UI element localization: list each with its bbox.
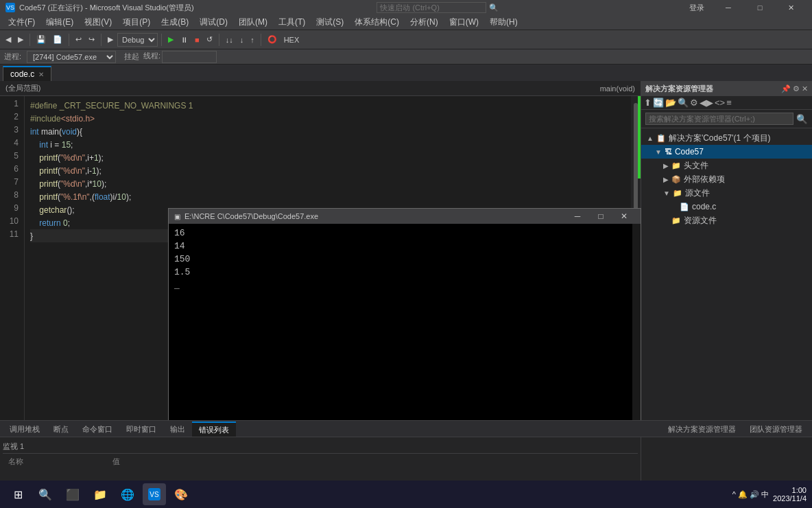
taskbar-time-text: 1:00: [773, 486, 807, 494]
console-controls: ─ □ ✕: [566, 210, 635, 222]
toolbar-debug-label: ▶: [105, 34, 116, 45]
console-close-btn[interactable]: ✕: [613, 210, 635, 222]
thread-input[interactable]: [162, 51, 217, 63]
toolbar-step-over[interactable]: ↓↓: [223, 34, 236, 45]
search-icon: 🔍: [489, 3, 499, 12]
menu-team[interactable]: 团队(M): [233, 15, 273, 30]
scope-selector[interactable]: (全局范围): [5, 83, 40, 93]
console-title: ▣ E:\NCRE C\Code57\Debug\Code57.exe: [174, 212, 318, 220]
tab-close-icon[interactable]: ✕: [38, 71, 44, 78]
monitor-label: 监视 1: [3, 441, 24, 452]
se-icon-resources: 📁: [671, 216, 681, 225]
toolbar-btn-1[interactable]: ◀: [3, 34, 14, 45]
menu-build[interactable]: 生成(B): [156, 15, 194, 30]
se-item-source[interactable]: ▼ 📁 源文件: [641, 186, 812, 200]
line-num-8: 8: [3, 190, 19, 203]
taskbar-explorer-btn[interactable]: 📁: [88, 482, 112, 507]
se-tb-4[interactable]: 🔍: [678, 97, 689, 108]
se-close-btn[interactable]: ✕: [802, 84, 808, 93]
toolbar-new[interactable]: 📄: [50, 34, 65, 45]
se-controls: 📌 ⚙ ✕: [781, 84, 808, 93]
menu-edit[interactable]: 编辑(E): [40, 15, 79, 30]
se-title-bar: 解决方案资源管理器 📌 ⚙ ✕: [641, 81, 812, 96]
se-search-input[interactable]: [645, 113, 793, 125]
start-button[interactable]: ⊞: [5, 482, 30, 507]
toolbar-undo[interactable]: ↩: [73, 34, 84, 45]
se-tb-1[interactable]: ⬆: [644, 97, 652, 108]
se-item-codec[interactable]: ▷ 📄 code.c: [641, 200, 812, 213]
se-tb-3[interactable]: 📂: [665, 97, 676, 108]
menu-test[interactable]: 测试(S): [311, 15, 349, 30]
close-button[interactable]: ✕: [776, 0, 807, 15]
bottom-tab-output[interactable]: 输出: [163, 422, 192, 437]
bottom-tab-immediate[interactable]: 即时窗口: [119, 422, 163, 437]
toolbar-save[interactable]: 💾: [34, 34, 49, 45]
se-tb-5[interactable]: ⚙: [690, 97, 698, 108]
taskbar-search-btn[interactable]: 🔍: [33, 482, 58, 507]
console-scrollbar[interactable]: [632, 224, 641, 420]
taskbar-other-btn[interactable]: 🎨: [169, 482, 193, 507]
se-tb-8[interactable]: ≡: [726, 97, 732, 108]
toolbar-stop[interactable]: ■: [192, 34, 202, 45]
toolbar-config-select[interactable]: Debug: [117, 33, 158, 47]
toolbar-restart[interactable]: ↺: [204, 34, 215, 45]
toolbar-hex[interactable]: HEX: [281, 34, 302, 45]
bottom-tab-errorlist[interactable]: 错误列表: [192, 422, 236, 437]
se-tb-2[interactable]: 🔄: [653, 97, 664, 108]
se-settings-btn[interactable]: ⚙: [793, 84, 800, 93]
toolbar-pause[interactable]: ⏸: [178, 34, 191, 45]
taskbar-vs-icon: VS: [148, 488, 160, 500]
taskbar-vs-app[interactable]: VS: [143, 483, 166, 505]
toolbar-step-into[interactable]: ↓: [237, 34, 247, 45]
bottom-panel-header: 监视 1: [3, 440, 638, 454]
se-tb-6[interactable]: ◀▶: [700, 97, 713, 108]
menu-project[interactable]: 项目(P): [117, 15, 156, 30]
bottom-tab-command[interactable]: 命令窗口: [75, 422, 119, 437]
console-max-btn[interactable]: □: [590, 210, 612, 222]
menu-arch[interactable]: 体系结构(C): [349, 15, 405, 30]
se-item-code57[interactable]: ▼ 🏗 Code57: [641, 145, 812, 159]
toolbar-redo[interactable]: ↪: [86, 34, 97, 45]
suspend-btn[interactable]: 挂起: [121, 51, 142, 63]
se-item-resources[interactable]: ▷ 📁 资源文件: [641, 213, 812, 227]
se-tb-7[interactable]: <>: [715, 97, 725, 108]
menu-analyze[interactable]: 分析(N): [405, 15, 444, 30]
bottom-tab-se[interactable]: 解决方案资源管理器: [661, 422, 743, 437]
toolbar-breakpoint[interactable]: ⭕: [265, 34, 280, 45]
menu-debug[interactable]: 调试(D): [194, 15, 233, 30]
se-item-headers[interactable]: ▶ 📁 头文件: [641, 159, 812, 172]
quick-launch-input[interactable]: [377, 2, 486, 13]
toolbar-separator-2: [69, 34, 69, 46]
edge-icon: 🌐: [121, 488, 134, 501]
se-arrow-external: ▶: [663, 176, 669, 183]
console-min-btn[interactable]: ─: [566, 210, 588, 222]
se-item-external[interactable]: ▶ 📦 外部依赖项: [641, 172, 812, 186]
menu-tools[interactable]: 工具(T): [273, 15, 311, 30]
code-line-6: printf("%d\n",i-1);: [30, 164, 631, 177]
menu-help[interactable]: 帮助(H): [484, 15, 523, 30]
toolbar-btn-2[interactable]: ▶: [15, 34, 26, 45]
se-pin-btn[interactable]: 📌: [781, 84, 791, 93]
bottom-tab-breakpoints[interactable]: 断点: [47, 422, 75, 437]
toolbar-step-out[interactable]: ↑: [248, 34, 257, 45]
menu-file[interactable]: 文件(F): [3, 15, 40, 30]
bottom-tab-team[interactable]: 团队资源管理器: [743, 422, 809, 437]
taskbar-taskview-btn[interactable]: ⬛: [60, 482, 85, 507]
menu-view[interactable]: 视图(V): [79, 15, 117, 30]
minimize-button[interactable]: ─: [713, 0, 743, 15]
tab-code-c[interactable]: code.c ✕: [3, 66, 51, 81]
menu-window[interactable]: 窗口(W): [444, 15, 484, 30]
se-search-btn[interactable]: 🔍: [796, 114, 808, 124]
process-bar: 进程: [2744] Code57.exe 挂起 线程:: [0, 49, 812, 65]
taskbar-search-icon: 🔍: [38, 488, 52, 501]
maximize-button[interactable]: □: [745, 0, 775, 15]
taskbar-edge-btn[interactable]: 🌐: [115, 482, 140, 507]
toolbar-start[interactable]: ▶: [165, 34, 176, 45]
code-line-8: printf("%.1f\n",(float)i/10);: [30, 190, 631, 203]
login-button[interactable]: 登录: [682, 0, 712, 15]
process-select[interactable]: [2744] Code57.exe: [27, 51, 116, 63]
green-bar: [638, 96, 641, 178]
function-selector[interactable]: main(void): [600, 84, 635, 93]
se-item-solution[interactable]: ▲ 📋 解决方案'Code57'(1 个项目): [641, 131, 812, 145]
bottom-tab-callstack[interactable]: 调用堆栈: [3, 422, 47, 437]
